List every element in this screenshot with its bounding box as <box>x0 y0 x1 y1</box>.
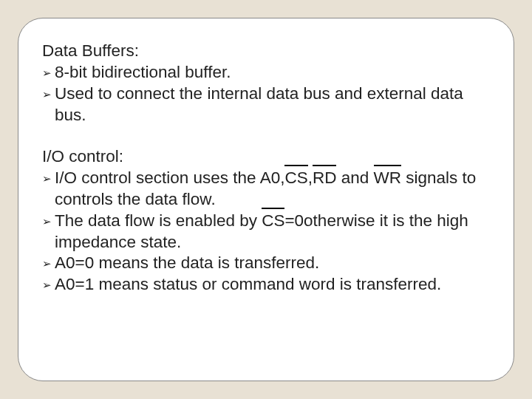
chevron-right-icon: ➢ <box>42 211 52 232</box>
bullet-text: A0=0 means the data is transferred. <box>55 253 490 274</box>
bullet-text: 8-bit bidirectional buffer. <box>55 62 490 83</box>
bullet-text: The data flow is enabled by CS=0otherwis… <box>55 211 490 253</box>
cs-overline: CS <box>284 168 307 189</box>
text-fragment: I/O control section uses the A0, <box>55 168 284 187</box>
cs-overline: CS <box>262 211 284 232</box>
bullet-item: ➢ 8-bit bidirectional buffer. <box>42 62 490 83</box>
bullet-item: ➢ Used to connect the internal data bus … <box>42 83 490 126</box>
chevron-right-icon: ➢ <box>42 168 52 189</box>
bullet-item: ➢ The data flow is enabled by CS=0otherw… <box>42 211 490 253</box>
section1-heading: Data Buffers: <box>42 41 490 62</box>
text-fragment: The data flow is enabled by <box>55 211 262 230</box>
text-fragment: and <box>336 168 373 187</box>
chevron-right-icon: ➢ <box>42 253 52 274</box>
bullet-text: I/O control section uses the A0,CS,RD an… <box>55 168 490 211</box>
rd-overline: RD <box>313 168 337 189</box>
bullet-text: Used to connect the internal data bus an… <box>55 83 490 126</box>
bullet-item: ➢ A0=1 means status or command word is t… <box>42 274 490 296</box>
wr-overline: WR <box>374 168 402 189</box>
spacer <box>42 126 490 146</box>
section2-heading: I/O control: <box>42 146 490 168</box>
chevron-right-icon: ➢ <box>42 62 52 83</box>
bullet-item: ➢ I/O control section uses the A0,CS,RD … <box>42 168 490 211</box>
bullet-text: A0=1 means status or command word is tra… <box>55 274 490 296</box>
chevron-right-icon: ➢ <box>42 274 52 296</box>
bullet-item: ➢ A0=0 means the data is transferred. <box>42 253 490 274</box>
chevron-right-icon: ➢ <box>42 83 52 105</box>
slide-card: Data Buffers: ➢ 8-bit bidirectional buff… <box>18 18 514 381</box>
